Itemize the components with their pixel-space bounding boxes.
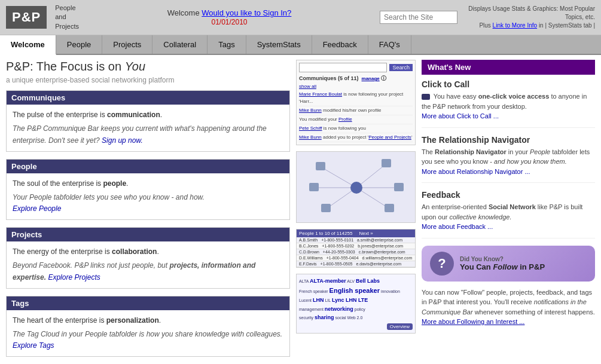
search-input[interactable]	[380, 11, 457, 24]
explore-people-link[interactable]: Explore People	[13, 204, 61, 213]
tab-faqs[interactable]: FAQ's	[368, 35, 411, 54]
svg-rect-12	[309, 183, 319, 191]
svg-rect-10	[385, 204, 394, 212]
svg-rect-9	[394, 183, 404, 191]
tab-feedback[interactable]: Feedback	[312, 35, 368, 54]
rn-more-link[interactable]: More about Relationship Navigator ...	[422, 168, 530, 175]
tab-systemstats[interactable]: SystemStats	[246, 35, 312, 54]
overview-button[interactable]: Overview	[387, 323, 413, 330]
table-row: E.F.Davis+1-800-555-0505e.davis@enterpri…	[297, 261, 415, 267]
tab-tags[interactable]: Tags	[208, 35, 246, 54]
comm-title: Communiques (5 of 11) manage ⓘ	[299, 75, 413, 82]
tab-people[interactable]: People	[56, 35, 102, 54]
comm-search-button[interactable]: Search	[389, 64, 413, 71]
explore-tags-link[interactable]: Explore Tags	[13, 341, 54, 350]
comm-line-1: Marie France Boulat is now following you…	[299, 90, 413, 106]
table-row: B.C.Jones+1-800-555-0202b.jones@enterpri…	[297, 243, 415, 249]
sidebar-item-body-rn: The Relationship Navigator in your Peopl…	[422, 147, 595, 177]
header-info: Displays Usage Stats & Graphics: Most Po…	[463, 5, 595, 30]
section-header-tags: Tags	[7, 296, 289, 310]
phone-icon	[422, 94, 430, 100]
sidebar-item-title-ctc: Click to Call	[422, 79, 595, 89]
welcome-area: Welcome Would you like to Sign In? 01/01…	[85, 8, 374, 26]
sidebar-item-body-fb: An enterprise-oriented Social Network li…	[422, 202, 595, 232]
table-screenshot: People 1 to 10 of 114255 Next » A.B.Smit…	[296, 229, 416, 268]
main-content: P&P: The Focus is on You a unique enterp…	[0, 55, 601, 364]
section-header-projects: Projects	[7, 228, 289, 241]
sidebar-item-body-ctc: You have easy one-click voice access to …	[422, 91, 595, 121]
did-you-know-box: ? Did You Know? You Can Follow in P&P	[422, 246, 595, 282]
table-header: People 1 to 10 of 114255 Next »	[297, 230, 415, 237]
section-header-people: People	[7, 160, 289, 173]
dyk-main: You Can Follow in P&P	[460, 262, 545, 271]
svg-rect-7	[316, 162, 325, 170]
more-info-link[interactable]: Link to More Info	[493, 22, 537, 29]
tab-welcome[interactable]: Welcome	[0, 35, 56, 55]
signup-link[interactable]: Sign up now.	[102, 136, 143, 145]
comm-line-4: Pete Schiff is now following you	[299, 124, 413, 133]
section-communiques: Communiques The pulse of the enterprise …	[6, 90, 290, 152]
header: P&P People and Projects Welcome Would yo…	[0, 0, 601, 35]
right-column: What's New Click to Call You have easy o…	[422, 60, 595, 364]
section-body-communiques: The pulse of the enterprise is communica…	[7, 105, 289, 151]
comm-line-3: You modified your Profile	[299, 115, 413, 124]
welcome-text: Welcome	[167, 8, 200, 17]
comm-line-5: Mike Bunn added you to project 'People a…	[299, 133, 413, 142]
sidebar-feedback: Feedback An enterprise-oriented Social N…	[422, 190, 595, 238]
left-column: P&P: The Focus is on You a unique enterp…	[6, 60, 290, 364]
page-subtitle: a unique enterprise-based social network…	[6, 76, 290, 84]
sidebar-rel-nav: The Relationship Navigator The Relations…	[422, 135, 595, 183]
communique-screenshot: Search Communiques (5 of 11) manage ⓘ sh…	[296, 60, 416, 145]
section-people: People The soul of the enterprise is peo…	[6, 159, 290, 221]
show-all[interactable]: show all	[299, 84, 413, 89]
search-box	[380, 11, 457, 24]
comm-search-bar[interactable]	[299, 63, 387, 72]
table-row: C.D.Brown+44-20-555-0303c.brown@enterpri…	[297, 249, 415, 255]
section-header-communiques: Communiques	[7, 91, 289, 105]
nav-bar: Welcome People Projects Collateral Tags …	[0, 35, 601, 55]
ctc-more-link[interactable]: More about Click to Call ...	[422, 112, 499, 120]
network-svg	[297, 152, 415, 222]
explore-projects-link[interactable]: Explore Projects	[48, 273, 100, 282]
svg-point-6	[350, 182, 362, 194]
table-row: D.E.Williams+1-800-555-0404d.williams@en…	[297, 255, 415, 261]
tab-collateral[interactable]: Collateral	[152, 35, 208, 54]
section-body-projects: The energy of the enterprise is collabor…	[7, 241, 289, 288]
logo: P&P	[6, 6, 47, 29]
comm-line-2: Mike Bunn modified his/her own profile	[299, 106, 413, 115]
welcome-date: 01/01/2010	[211, 18, 247, 26]
table-row: A.B.Smith+1-800-555-0101a.smith@enterpri…	[297, 237, 415, 243]
svg-rect-11	[321, 204, 331, 212]
logo-subtitle: People and Projects	[55, 4, 79, 31]
sidebar-click-to-call: Click to Call You have easy one-click vo…	[422, 79, 595, 128]
sidebar-item-title-rn: The Relationship Navigator	[422, 135, 595, 145]
section-tags: Tags The heart of the enterprise is pers…	[6, 296, 290, 357]
dyk-label: Did You Know?	[460, 256, 545, 262]
dyk-question-mark: ?	[430, 252, 454, 276]
dyk-text: Did You Know? You Can Follow in P&P	[460, 256, 545, 271]
section-projects: Projects The energy of the enterprise is…	[6, 227, 290, 289]
tab-projects[interactable]: Projects	[102, 35, 152, 54]
tags-cloud: ALTA ALTA-member ALV Bell Labs French sp…	[297, 274, 415, 332]
section-body-people: The soul of the enterprise is people. Yo…	[7, 173, 289, 220]
fb-more-link[interactable]: More about Feedback ...	[422, 223, 493, 230]
svg-line-0	[321, 167, 356, 188]
middle-column: Search Communiques (5 of 11) manage ⓘ sh…	[296, 60, 416, 364]
whats-new-header: What's New	[422, 60, 595, 75]
people-network-screenshot	[296, 151, 416, 223]
manage-link[interactable]: manage	[362, 76, 380, 81]
tags-cloud-screenshot: ALTA ALTA-member ALV Bell Labs French sp…	[296, 274, 416, 333]
page-title: P&P: The Focus is on You	[6, 60, 290, 74]
dyk-follow-body: You can now "Follow" people, projects, f…	[422, 287, 595, 327]
dyk-more-link[interactable]: More about Following an Interest ...	[422, 318, 524, 325]
sign-in-link[interactable]: Would you like to Sign In?	[202, 8, 291, 17]
section-body-tags: The heart of the enterprise is personali…	[7, 310, 289, 357]
svg-rect-8	[382, 159, 391, 167]
sidebar-item-title-fb: Feedback	[422, 190, 595, 200]
